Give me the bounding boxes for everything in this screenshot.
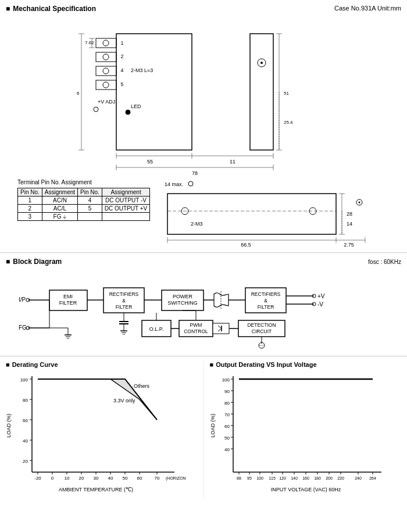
svg-rect-4	[96, 52, 116, 62]
svg-text:7.62: 7.62	[85, 40, 94, 45]
svg-text:&: &	[264, 298, 267, 304]
table-row: 3 FG ⏚	[18, 213, 150, 221]
svg-text:160: 160	[302, 476, 309, 480]
svg-text:40: 40	[108, 476, 113, 481]
svg-text:264: 264	[369, 476, 376, 480]
case-info: Case No.931A Unit:mm	[334, 5, 401, 12]
svg-rect-20	[250, 34, 273, 150]
svg-text:25.4: 25.4	[284, 120, 293, 125]
svg-text:50: 50	[123, 476, 128, 481]
svg-text:-20: -20	[34, 476, 41, 481]
mechanical-diagram: 1 2 4 5 2-M3 L=3 +V ADJ. LED	[6, 16, 401, 185]
svg-text:(HORIZONTAL): (HORIZONTAL)	[166, 476, 186, 481]
svg-text:10: 10	[65, 476, 70, 481]
svg-rect-7	[96, 66, 116, 76]
svg-text:240: 240	[355, 476, 362, 480]
svg-point-54	[359, 202, 360, 203]
svg-text:2.75: 2.75	[344, 242, 355, 248]
mechanical-title: Mechanical Specification	[6, 5, 96, 13]
svg-rect-1	[96, 38, 116, 48]
terminal-header: Terminal Pin No. Assignment	[17, 179, 150, 185]
svg-text:0: 0	[51, 476, 54, 481]
svg-text:PWM: PWM	[190, 322, 202, 328]
svg-point-8	[103, 68, 109, 74]
svg-text:FILTER: FILTER	[116, 304, 133, 310]
svg-text:-V: -V	[317, 301, 323, 308]
derating-curve: Derating Curve LOAD (%) 100 80 60 40 20 …	[6, 361, 204, 499]
svg-text:O.L.P.: O.L.P.	[149, 326, 163, 332]
svg-text:INPUT VOLTAGE (VAC) 60Hz: INPUT VOLTAGE (VAC) 60Hz	[270, 487, 341, 492]
block-diagram-title: Block Diagram	[6, 258, 62, 266]
svg-text:POWER: POWER	[173, 294, 193, 299]
svg-text:80: 80	[224, 401, 230, 406]
svg-text:100: 100	[20, 377, 28, 383]
block-diagram-svg: I/P EMI FILTER RECTIFIERS & FILTER POWER	[6, 268, 401, 352]
svg-text:220: 220	[337, 476, 344, 480]
fosc-label: fosc : 60KHz	[368, 259, 401, 265]
svg-text:6: 6	[77, 91, 80, 96]
svg-text:4: 4	[120, 67, 123, 73]
svg-text:70: 70	[224, 412, 230, 417]
svg-text:+V ADJ.: +V ADJ.	[98, 99, 117, 105]
mechanical-svg: 1 2 4 5 2-M3 L=3 +V ADJ. LED	[6, 16, 401, 185]
svg-text:RECTIFIERS: RECTIFIERS	[109, 291, 139, 297]
svg-text:80: 80	[23, 398, 28, 403]
svg-text:FG: FG	[19, 324, 27, 331]
svg-text:14: 14	[347, 221, 352, 227]
svg-text:FILTER: FILTER	[59, 300, 77, 306]
svg-text:90: 90	[224, 389, 230, 394]
svg-text:40: 40	[23, 438, 28, 444]
col-assign2: Assignment	[102, 188, 149, 197]
svg-text:CONTROL: CONTROL	[184, 329, 208, 334]
table-row: 1 AC/N 4 DC OUTPUT -V	[18, 197, 150, 205]
svg-point-17	[126, 110, 130, 115]
col-pinno1: Pin No.	[18, 188, 42, 197]
svg-text:78: 78	[192, 170, 198, 176]
svg-text:2: 2	[120, 53, 123, 59]
svg-text:AMBIENT TEMPERATURE (℃): AMBIENT TEMPERATURE (℃)	[59, 487, 133, 492]
svg-text:&: &	[122, 298, 126, 304]
svg-text:DETECTION: DETECTION	[247, 322, 276, 328]
svg-text:2-M3: 2-M3	[191, 221, 203, 227]
svg-text:EMI: EMI	[63, 294, 73, 299]
svg-text:60: 60	[23, 418, 28, 423]
mechanical-section: Mechanical Specification Case No.931A Un…	[0, 0, 407, 253]
derating-title: Derating Curve	[6, 361, 198, 368]
svg-text:100: 100	[222, 377, 230, 383]
svg-point-19	[260, 62, 263, 64]
derating-svg: LOAD (%) 100 80 60 40 20 -20 0 10 20 30 …	[6, 370, 186, 498]
svg-text:200: 200	[326, 476, 333, 480]
svg-text:120: 120	[279, 476, 286, 480]
col-assign1: Assignment	[42, 188, 77, 197]
svg-text:180: 180	[314, 476, 321, 480]
side-view-svg: 14 max. 2-M3	[162, 179, 383, 249]
side-view-diagram: 14 max. 2-M3	[162, 179, 390, 250]
svg-text:3.3V only: 3.3V only	[113, 398, 135, 404]
svg-point-11	[103, 82, 109, 88]
block-diagram-section: Block Diagram fosc : 60KHz I/P EMI FILTE…	[0, 253, 407, 356]
svg-rect-10	[96, 80, 116, 90]
svg-text:55: 55	[147, 159, 153, 165]
svg-text:2-M3 L=3: 2-M3 L=3	[131, 67, 153, 73]
svg-text:70: 70	[155, 476, 160, 481]
svg-text:LOAD (%): LOAD (%)	[210, 413, 216, 437]
col-pinno2: Pin No.	[78, 188, 102, 197]
svg-text:60: 60	[224, 424, 230, 429]
svg-text:88: 88	[237, 476, 241, 480]
output-derating-curve: Output Derating VS Input Voltage LOAD (%…	[204, 361, 402, 499]
svg-text:28: 28	[347, 211, 352, 217]
svg-text:5: 5	[120, 81, 123, 87]
svg-point-15	[94, 107, 98, 112]
svg-text:100: 100	[256, 476, 263, 480]
svg-rect-125	[213, 323, 229, 334]
curves-section: Derating Curve LOAD (%) 100 80 60 40 20 …	[0, 356, 407, 504]
terminal-table: Pin No. Assignment Pin No. Assignment 1 …	[17, 188, 150, 221]
svg-text:1: 1	[120, 40, 123, 46]
svg-rect-0	[116, 34, 192, 150]
svg-text:LOAD (%): LOAD (%)	[6, 413, 12, 437]
svg-point-2	[103, 40, 109, 46]
svg-text:30: 30	[94, 476, 99, 481]
svg-text:20: 20	[23, 459, 28, 464]
svg-text:50: 50	[224, 435, 230, 441]
svg-text:11: 11	[230, 159, 235, 165]
